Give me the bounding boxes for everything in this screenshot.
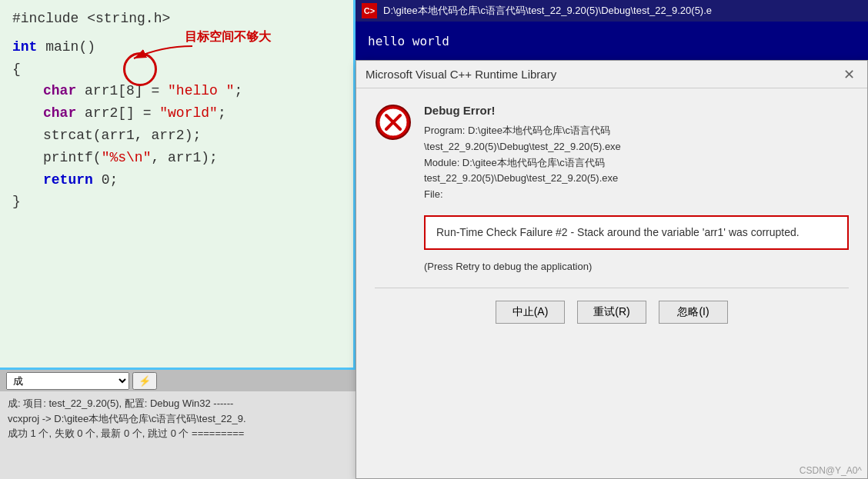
terminal-icon: C> <box>362 3 377 18</box>
close-brace: } <box>12 191 21 213</box>
dialog-header-row: Debug Error! Program: D:\gitee本地代码仓库\c语言… <box>375 104 849 203</box>
dialog-title: Microsoft Visual C++ Runtime Library <box>366 68 556 81</box>
bottom-toolbar: 成 ⚡ <box>0 370 356 391</box>
error-message-text: Run-Time Check Failure #2 - Stack around… <box>436 226 800 238</box>
close-brace-line: } <box>12 191 341 213</box>
arr2-line: char arr2[] = "world"; <box>12 102 341 125</box>
press-retry-text: (Press Retry to debug the application) <box>424 261 849 272</box>
dialog-buttons: 中止(A) 重试(R) 忽略(I) <box>375 301 849 324</box>
char-kw2: char <box>43 102 76 125</box>
open-brace: { <box>12 58 21 81</box>
output-select[interactable]: 成 <box>6 372 129 390</box>
code-content: #include <string.h> int main() { char ar… <box>0 0 353 221</box>
dialog-close-button[interactable]: ✕ <box>840 65 858 84</box>
return-kw: return <box>43 169 93 191</box>
dialog-body: Debug Error! Program: D:\gitee本地代码仓库\c语言… <box>356 88 867 339</box>
watermark: CSDN@Y_A0^ <box>800 465 862 476</box>
annotation-arrow-svg <box>115 38 208 85</box>
error-icon <box>375 104 412 141</box>
output-line-3: 成功 1 个, 失败 0 个, 最新 0 个, 跳过 0 个 ========= <box>8 426 348 441</box>
debug-error-label: Debug Error! <box>424 104 621 117</box>
arr2-text: arr2[] = "world"; <box>85 102 226 125</box>
terminal-titlebar: C> D:\gitee本地代码仓库\c语言代码\test_22_9.20(5)\… <box>356 0 868 22</box>
terminal-output: hello world <box>356 22 868 60</box>
main-func-text: main() <box>45 36 95 58</box>
terminal-output-text: hello world <box>368 34 449 48</box>
char-kw1: char <box>43 80 76 102</box>
terminal-title: D:\gitee本地代码仓库\c语言代码\test_22_9.20(5)\Deb… <box>383 4 712 18</box>
include-text: #include <string.h> <box>12 8 170 30</box>
bottom-text-area: 成: 项目: test_22_9.20(5), 配置: Debug Win32 … <box>0 391 356 446</box>
abort-button[interactable]: 中止(A) <box>496 301 565 324</box>
output-line-1: 成: 项目: test_22_9.20(5), 配置: Debug Win32 … <box>8 396 348 411</box>
error-message-box: Run-Time Check Failure #2 - Stack around… <box>424 215 849 250</box>
return-val: 0; <box>102 169 119 191</box>
dialog-main-text: Debug Error! Program: D:\gitee本地代码仓库\c语言… <box>424 104 621 203</box>
retry-button[interactable]: 重试(R) <box>577 301 646 324</box>
int-keyword: int <box>12 36 37 58</box>
annotation-text: 目标空间不够大 <box>185 29 271 45</box>
ignore-button[interactable]: 忽略(I) <box>659 301 728 324</box>
output-line-2: vcxproj -> D:\gitee本地代码仓库\c语言代码\test_22_… <box>8 411 348 427</box>
dialog-titlebar: Microsoft Visual C++ Runtime Library ✕ <box>356 61 867 88</box>
printf-text: printf("%s\n", arr1); <box>43 147 218 169</box>
printf-line: printf("%s\n", arr1); <box>12 147 341 169</box>
error-dialog: Microsoft Visual C++ Runtime Library ✕ D… <box>356 60 868 479</box>
return-line: return 0; <box>12 169 341 191</box>
include-line: #include <string.h> <box>12 8 341 30</box>
strcat-line: strcat(arr1, arr2); <box>12 125 341 147</box>
dialog-program: Program: D:\gitee本地代码仓库\c语言代码 \test_22_9… <box>424 123 621 203</box>
output-action-btn[interactable]: ⚡ <box>132 372 157 390</box>
bottom-output-panel: 成 ⚡ 成: 项目: test_22_9.20(5), 配置: Debug Wi… <box>0 368 356 479</box>
strcat-text: strcat(arr1, arr2); <box>43 125 201 147</box>
